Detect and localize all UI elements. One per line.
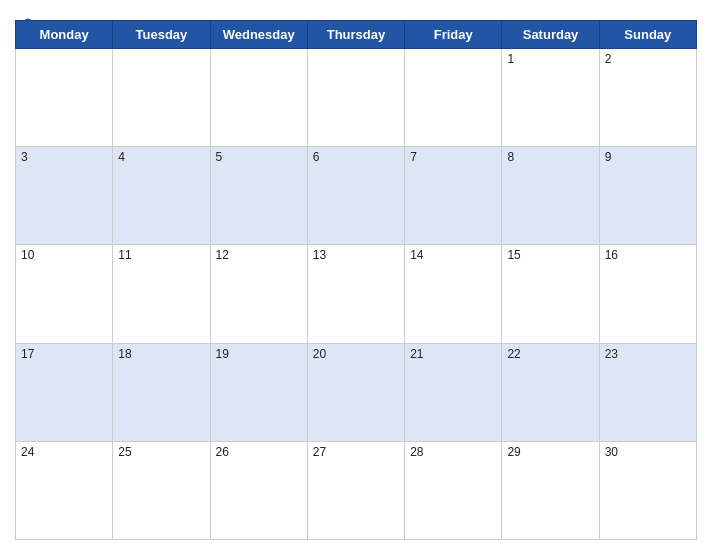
calendar-cell: 21: [405, 343, 502, 441]
weekday-header-row: MondayTuesdayWednesdayThursdayFridaySatu…: [16, 21, 697, 49]
day-number: 5: [216, 150, 223, 164]
day-number: 29: [507, 445, 520, 459]
calendar-cell: 22: [502, 343, 599, 441]
calendar-cell: 29: [502, 441, 599, 539]
calendar-cell: 28: [405, 441, 502, 539]
day-number: 15: [507, 248, 520, 262]
calendar-cell: 19: [210, 343, 307, 441]
logo-blue-text: [15, 14, 35, 32]
day-number: 1: [507, 52, 514, 66]
day-number: 27: [313, 445, 326, 459]
calendar-row-4: 24252627282930: [16, 441, 697, 539]
calendar-cell: 26: [210, 441, 307, 539]
calendar-cell: [16, 49, 113, 147]
calendar-cell: 18: [113, 343, 210, 441]
day-number: 16: [605, 248, 618, 262]
day-number: 25: [118, 445, 131, 459]
day-number: 21: [410, 347, 423, 361]
weekday-wednesday: Wednesday: [210, 21, 307, 49]
calendar-cell: [405, 49, 502, 147]
logo-bird-icon: [15, 14, 33, 32]
logo: [15, 14, 35, 32]
calendar-cell: 17: [16, 343, 113, 441]
calendar-cell: 20: [307, 343, 404, 441]
day-number: 3: [21, 150, 28, 164]
calendar-cell: 9: [599, 147, 696, 245]
calendar-cell: 16: [599, 245, 696, 343]
day-number: 22: [507, 347, 520, 361]
calendar-cell: 14: [405, 245, 502, 343]
day-number: 17: [21, 347, 34, 361]
day-number: 4: [118, 150, 125, 164]
calendar-cell: [210, 49, 307, 147]
day-number: 6: [313, 150, 320, 164]
calendar-cell: 10: [16, 245, 113, 343]
calendar-cell: 15: [502, 245, 599, 343]
calendar-row-0: 12: [16, 49, 697, 147]
day-number: 19: [216, 347, 229, 361]
weekday-saturday: Saturday: [502, 21, 599, 49]
calendar-row-2: 10111213141516: [16, 245, 697, 343]
day-number: 11: [118, 248, 131, 262]
calendar-cell: 2: [599, 49, 696, 147]
day-number: 26: [216, 445, 229, 459]
day-number: 10: [21, 248, 34, 262]
calendar-cell: 27: [307, 441, 404, 539]
weekday-tuesday: Tuesday: [113, 21, 210, 49]
calendar-table: MondayTuesdayWednesdayThursdayFridaySatu…: [15, 20, 697, 540]
day-number: 8: [507, 150, 514, 164]
calendar-cell: [113, 49, 210, 147]
day-number: 2: [605, 52, 612, 66]
day-number: 30: [605, 445, 618, 459]
calendar-cell: 13: [307, 245, 404, 343]
day-number: 13: [313, 248, 326, 262]
day-number: 18: [118, 347, 131, 361]
calendar-cell: 23: [599, 343, 696, 441]
day-number: 12: [216, 248, 229, 262]
calendar-cell: 25: [113, 441, 210, 539]
calendar-cell: 8: [502, 147, 599, 245]
day-number: 28: [410, 445, 423, 459]
calendar-cell: 1: [502, 49, 599, 147]
calendar-cell: 11: [113, 245, 210, 343]
day-number: 14: [410, 248, 423, 262]
calendar-cell: 30: [599, 441, 696, 539]
day-number: 20: [313, 347, 326, 361]
calendar-cell: 5: [210, 147, 307, 245]
calendar-cell: [307, 49, 404, 147]
calendar-row-3: 17181920212223: [16, 343, 697, 441]
weekday-sunday: Sunday: [599, 21, 696, 49]
day-number: 24: [21, 445, 34, 459]
day-number: 7: [410, 150, 417, 164]
calendar-cell: 4: [113, 147, 210, 245]
calendar-row-1: 3456789: [16, 147, 697, 245]
calendar-cell: 7: [405, 147, 502, 245]
calendar-cell: 6: [307, 147, 404, 245]
calendar-cell: 24: [16, 441, 113, 539]
weekday-thursday: Thursday: [307, 21, 404, 49]
day-number: 23: [605, 347, 618, 361]
weekday-friday: Friday: [405, 21, 502, 49]
calendar-cell: 3: [16, 147, 113, 245]
day-number: 9: [605, 150, 612, 164]
calendar-cell: 12: [210, 245, 307, 343]
